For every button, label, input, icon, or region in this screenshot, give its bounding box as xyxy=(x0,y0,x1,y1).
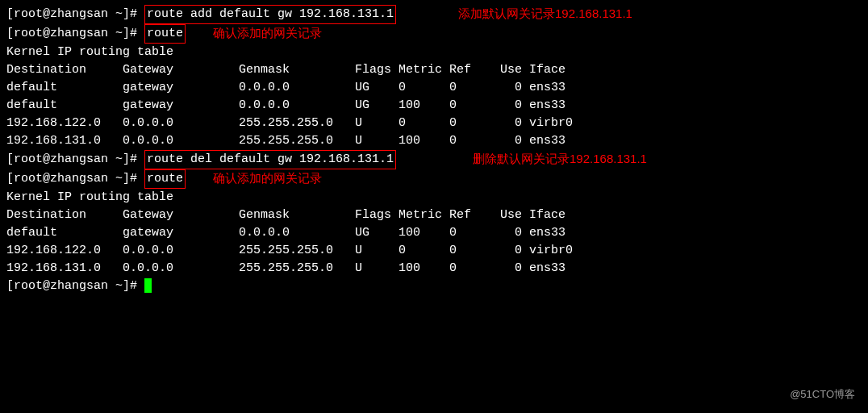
annotation-label: 删除默认网关记录192.168.131.1 xyxy=(473,150,647,168)
table-title: Kernel IP routing table xyxy=(6,45,173,59)
table-row: 192.168.131.0 0.0.0.0 255.255.255.0 U 10… xyxy=(6,261,565,275)
table-row: 192.168.131.0 0.0.0.0 255.255.255.0 U 10… xyxy=(6,134,565,148)
command-route-show[interactable]: route xyxy=(144,169,186,189)
shell-prompt[interactable]: [root@zhangsan ~]# xyxy=(6,279,144,293)
annotation-label: 添加默认网关记录192.168.131.1 xyxy=(458,5,632,23)
table-row: default gateway 0.0.0.0 UG 0 0 0 ens33 xyxy=(6,81,565,94)
shell-prompt: [root@zhangsan ~]# xyxy=(6,172,144,186)
command-route-del[interactable]: route del default gw 192.168.131.1 xyxy=(144,150,396,169)
table-row: default gateway 0.0.0.0 UG 100 0 0 ens33 xyxy=(6,226,565,240)
cursor xyxy=(144,278,152,293)
command-route-show[interactable]: route xyxy=(144,24,186,44)
table-header: Destination Gateway Genmask Flags Metric… xyxy=(6,208,565,222)
shell-prompt: [root@zhangsan ~]# xyxy=(6,152,144,166)
annotation-label: 确认添加的网关记录 xyxy=(213,169,322,187)
table-header: Destination Gateway Genmask Flags Metric… xyxy=(6,63,565,77)
shell-prompt: [root@zhangsan ~]# xyxy=(6,7,144,21)
table-row: 192.168.122.0 0.0.0.0 255.255.255.0 U 0 … xyxy=(6,116,573,130)
table-title: Kernel IP routing table xyxy=(6,190,173,204)
command-route-add[interactable]: route add default gw 192.168.131.1 xyxy=(144,5,396,24)
table-row: 192.168.122.0 0.0.0.0 255.255.255.0 U 0 … xyxy=(6,244,573,257)
table-row: default gateway 0.0.0.0 UG 100 0 0 ens33 xyxy=(6,98,565,112)
annotation-label: 确认添加的网关记录 xyxy=(213,24,322,42)
watermark: @51CTO博客 xyxy=(790,386,855,403)
shell-prompt: [root@zhangsan ~]# xyxy=(6,27,144,40)
